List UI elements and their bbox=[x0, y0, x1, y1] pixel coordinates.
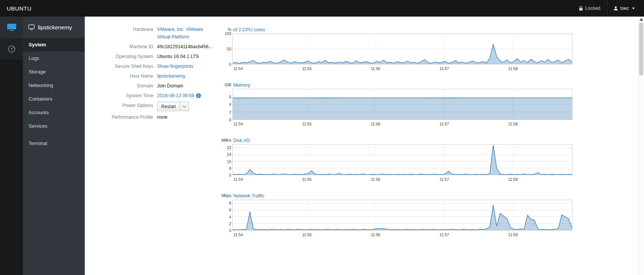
machine-id-value: 49c1822514114bacb456... bbox=[157, 43, 224, 50]
network-chart: MbpsNetwork Traffic 86420 11:5411:5511:5… bbox=[221, 193, 577, 249]
system-info: Hardware VMware, Inc. VMware Virtual Pla… bbox=[85, 26, 224, 123]
field-label: Hardware bbox=[85, 26, 157, 41]
cpu-chart: %of 2 CPU cores 100500 11:5411:5511:5611… bbox=[221, 27, 577, 82]
power-options-group: Restart bbox=[157, 102, 189, 111]
lock-status[interactable]: Locked bbox=[572, 0, 607, 17]
restart-dropdown-button[interactable] bbox=[180, 102, 189, 111]
join-domain-link[interactable]: Join Domain bbox=[157, 82, 224, 90]
topbar: UBUNTU Locked tsec bbox=[0, 0, 644, 17]
sidebar-item-containers[interactable]: Containers bbox=[23, 92, 85, 106]
hardware-link[interactable]: VMware, Inc. VMware Virtual Platform bbox=[157, 26, 205, 41]
scrollbar-thumb[interactable] bbox=[639, 23, 643, 75]
field-label: Power Options bbox=[85, 102, 157, 111]
cpu-chart-link[interactable]: of 2 CPU cores bbox=[233, 27, 265, 32]
sidebar-item-networking[interactable]: Networking bbox=[23, 79, 85, 92]
hostname-link[interactable]: lipstickenemy bbox=[157, 73, 185, 79]
cpu-y-axis: 100500 bbox=[221, 27, 231, 82]
info-row-power: Power Options Restart bbox=[85, 102, 224, 111]
field-label: System Time bbox=[85, 92, 157, 99]
info-row-system-time: System Time 2018-08-13 09:58 bbox=[85, 92, 224, 99]
brand[interactable]: UBUNTU bbox=[7, 5, 32, 12]
info-row-ssh-keys: Secure Shell Keys Show fingerprints bbox=[85, 63, 224, 70]
field-label: Operating System bbox=[85, 53, 157, 60]
memory-plot bbox=[232, 89, 572, 120]
topbar-right: Locked tsec bbox=[572, 0, 639, 17]
lock-status-label: Locked bbox=[585, 6, 600, 11]
time-info-icon[interactable] bbox=[196, 93, 201, 98]
disk-io-chart: MiB/sDisk I/O 32241680 11:5411:5511:5611… bbox=[221, 138, 577, 193]
host-name: lipstickenemy bbox=[38, 24, 72, 31]
restart-button[interactable]: Restart bbox=[157, 102, 180, 111]
field-label: Host Name bbox=[85, 72, 157, 80]
scroll-up-arrow-icon[interactable] bbox=[639, 18, 643, 21]
performance-profile-value: none bbox=[157, 113, 224, 121]
disk-io-plot bbox=[232, 144, 572, 175]
disk-io-y-axis: 32241680 bbox=[221, 138, 231, 193]
host-rail bbox=[0, 17, 23, 275]
network-x-axis: 11:5411:5511:5611:5711:58 bbox=[221, 232, 577, 238]
user-menu[interactable]: tsec bbox=[607, 0, 639, 17]
info-row-performance: Performance Profile none bbox=[85, 113, 224, 121]
cpu-x-axis: 11:5411:5511:5611:5711:58 bbox=[221, 66, 577, 72]
memory-chart: GiBMemory 6420 11:5411:5511:5611:5711:58 bbox=[221, 82, 577, 138]
field-label: Secure Shell Keys bbox=[85, 63, 157, 70]
field-label: Machine ID bbox=[85, 43, 157, 50]
sidebar-item-storage[interactable]: Storage bbox=[23, 65, 85, 79]
server-icon bbox=[7, 23, 17, 31]
host-icon bbox=[28, 24, 35, 30]
os-value: Ubuntu 18.04.1 LTS bbox=[157, 53, 224, 60]
system-time-link[interactable]: 2018-08-13 09:58 bbox=[157, 93, 194, 98]
sidebar-item-accounts[interactable]: Accounts bbox=[23, 106, 85, 119]
info-row-hostname: Host Name lipstickenemy bbox=[85, 72, 224, 80]
scrollbar[interactable] bbox=[638, 17, 644, 275]
info-row-hardware: Hardware VMware, Inc. VMware Virtual Pla… bbox=[85, 26, 224, 41]
network-y-axis: 86420 bbox=[221, 193, 231, 249]
user-name: tsec bbox=[620, 6, 629, 11]
rail-dashboard-button[interactable] bbox=[0, 38, 23, 60]
sidebar-item-logs[interactable]: Logs bbox=[23, 52, 85, 65]
memory-x-axis: 11:5411:5511:5611:5711:58 bbox=[221, 122, 577, 127]
network-chart-link[interactable]: Network Traffic bbox=[233, 193, 264, 199]
info-row-os: Operating System Ubuntu 18.04.1 LTS bbox=[85, 53, 224, 60]
dashboard-icon bbox=[8, 45, 16, 53]
field-label: Performance Profile bbox=[85, 113, 157, 121]
cpu-plot bbox=[232, 34, 572, 64]
info-row-machine-id: Machine ID 49c1822514114bacb456... bbox=[85, 43, 224, 50]
memory-y-axis: 6420 bbox=[221, 82, 231, 138]
memory-chart-link[interactable]: Memory bbox=[233, 82, 250, 88]
field-label: Domain bbox=[85, 82, 157, 90]
chevron-down-icon bbox=[182, 104, 186, 108]
sidebar: lipstickenemy System Logs Storage Networ… bbox=[23, 17, 85, 275]
show-fingerprints-link[interactable]: Show fingerprints bbox=[157, 64, 194, 69]
info-row-domain: Domain Join Domain bbox=[85, 82, 224, 90]
user-icon bbox=[613, 6, 618, 11]
chevron-down-icon bbox=[632, 8, 635, 9]
sidebar-item-system[interactable]: System bbox=[23, 38, 85, 52]
main-content: Hardware VMware, Inc. VMware Virtual Pla… bbox=[85, 17, 638, 275]
nav-items: System Logs Storage Networking Container… bbox=[23, 38, 85, 150]
rail-host-button[interactable] bbox=[0, 17, 23, 38]
host-header[interactable]: lipstickenemy bbox=[23, 17, 85, 38]
sidebar-item-terminal[interactable]: Terminal bbox=[23, 137, 85, 150]
sidebar-item-services[interactable]: Services bbox=[23, 119, 85, 133]
lock-icon bbox=[579, 6, 583, 11]
network-plot bbox=[232, 200, 572, 231]
charts-column: %of 2 CPU cores 100500 11:5411:5511:5611… bbox=[221, 27, 577, 249]
disk-io-chart-link[interactable]: Disk I/O bbox=[233, 138, 250, 143]
disk-io-x-axis: 11:5411:5511:5611:5711:58 bbox=[221, 177, 577, 182]
